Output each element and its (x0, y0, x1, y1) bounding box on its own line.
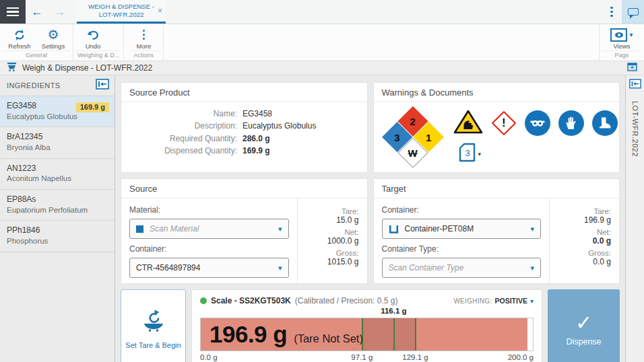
ghs-exclamation-icon: ! (491, 110, 517, 136)
undo-label: Undo (86, 42, 101, 50)
views-caret-icon: ▾ (629, 31, 633, 38)
nfpa-instability: 1 (426, 131, 431, 143)
ingredient-code: AN1223 (7, 163, 108, 174)
warnings-title: Warnings & Documents (374, 83, 620, 102)
back-arrow-icon[interactable]: ← (26, 0, 49, 24)
source-container-label: Container: (129, 244, 289, 254)
hand-hazard-warning-icon (453, 109, 483, 137)
scale-status-dot (200, 297, 207, 304)
ingredient-code: BrA12345 (7, 131, 108, 143)
ingredient-name: Phosphorus (7, 236, 108, 247)
nfpa-diamond-icon: 2 1 3 W (381, 105, 445, 170)
tab-close-icon[interactable]: × (158, 6, 162, 15)
ingredient-item-pph1846[interactable]: PPh1846 Phosphorus (0, 220, 115, 252)
material-icon (136, 225, 143, 233)
material-select[interactable]: Scan Material ▾ (129, 219, 289, 239)
documents-button[interactable]: 3 ▾ (453, 143, 618, 165)
ingredient-item-an1223[interactable]: AN1223 Aconitum Napellus (0, 158, 115, 189)
dispense-label: Dispense (566, 337, 601, 347)
forward-arrow-icon: → (49, 0, 71, 24)
toolbar-group-weighing: Undo Weighing & D... (73, 24, 124, 61)
settings-button[interactable]: ⚙ Settings (36, 26, 70, 50)
ingredient-item-eg3458[interactable]: EG3458 Eucalyptus Globulus 169.9 g (0, 96, 115, 126)
chat-button[interactable] (622, 0, 644, 24)
tare-value: 15.0 g (306, 215, 359, 225)
ppe-gloves-icon (558, 110, 584, 136)
scale-name: Scale - SS2KGT503K (211, 296, 291, 305)
refresh-icon (13, 28, 26, 42)
weighing-label: WEIGHING: (453, 297, 492, 305)
tare-label: Tare: (306, 207, 359, 215)
nfpa-special: W (408, 147, 417, 159)
source-stats: Tare: 15.0 g Net: 1000.0 g Gross: 1015.0… (297, 198, 367, 283)
ingredients-header: INGREDIENTS (0, 75, 115, 96)
ingredient-name: Eucalyptus Globulus (7, 112, 108, 122)
page-title-bar: Weigh & Dispense - LOT-WFR.2022 (0, 61, 644, 75)
more-menu-icon[interactable] (602, 0, 622, 24)
toolbar-group-label-general: General (3, 50, 70, 61)
scale-bar: 196.9 g (Tare Not Set) (200, 318, 534, 351)
dispense-button[interactable]: ✓ Dispense (548, 289, 620, 362)
target-stats: Tare: 196.9 g Net: 0.0 g Gross: 0.0 g (549, 198, 619, 283)
gear-icon: ⚙ (47, 28, 59, 42)
ingredient-name: Bryonia Alba (7, 143, 108, 153)
scale-marker-target (393, 318, 395, 351)
check-icon: ✓ (575, 313, 592, 333)
ingredient-item-bra12345[interactable]: BrA12345 Bryonia Alba (0, 126, 115, 157)
ppe-boots-icon (592, 110, 618, 136)
bar-max-label: 200.0 g (508, 353, 534, 361)
target-title: Target (374, 179, 620, 198)
source-product-card: Source Product Name: EG3458 Description:… (121, 82, 368, 173)
target-container-caret-icon: ▾ (525, 225, 534, 233)
field-label: Name: (129, 109, 237, 118)
gross-value: 0.0 g (558, 257, 611, 266)
container-type-placeholder: Scan Container Type (389, 263, 464, 273)
views-button[interactable]: ▾ Views (602, 26, 641, 50)
refresh-button[interactable]: Refresh (3, 26, 36, 50)
net-label: Net: (558, 228, 611, 236)
material-caret-icon: ▾ (273, 225, 282, 233)
toolbar-group-actions: More Actions (124, 24, 164, 61)
gross-label: Gross: (306, 249, 359, 257)
container-type-select[interactable]: Scan Container Type ▾ (382, 258, 542, 278)
undo-button[interactable]: Undo (76, 26, 110, 50)
ingredient-code: PPh1846 (7, 225, 108, 236)
source-container-caret-icon: ▾ (273, 264, 282, 273)
ingredient-code: EP88As (7, 194, 108, 205)
source-container-select[interactable]: CTR-4564897894 ▾ (129, 258, 289, 278)
main-panel: Source Product Name: EG3458 Description:… (115, 75, 625, 362)
collapse-panel-icon[interactable] (96, 79, 109, 92)
ppe-eye-protection-icon (525, 110, 550, 136)
bar-low-label: 97.1 g (351, 353, 373, 361)
field-value: 286.0 g (243, 134, 270, 143)
ingredient-name: Eupatorium Perfoliatum (7, 205, 108, 216)
tab-label-line1: WEIGH & DISPENSE - (88, 3, 154, 11)
target-container-value: Container-PET08M (405, 224, 474, 233)
more-button[interactable]: More (127, 26, 160, 50)
toolbar-group-label-page: Page (602, 50, 641, 61)
hamburger-menu-icon[interactable] (0, 0, 26, 24)
expand-panel-icon[interactable] (629, 79, 641, 92)
gross-value: 1015.0 g (306, 257, 359, 266)
undo-icon (86, 28, 100, 42)
popout-window-icon[interactable] (627, 62, 637, 74)
warnings-documents-card: Warnings & Documents 2 1 3 W (373, 82, 620, 173)
lot-vertical-tab[interactable]: LOT-WFR.2022 (631, 101, 639, 157)
topbar-spacer (166, 0, 602, 24)
field-label: Dispensed Quantity: (129, 146, 237, 155)
refresh-label: Refresh (8, 42, 30, 50)
scale-detail: (Calibrated / Precison: 0.5 g) (295, 296, 398, 305)
right-side-panel: LOT-WFR.2022 (625, 75, 644, 362)
ingredients-sidebar: INGREDIENTS EG3458 Eucalyptus Globulus 1… (0, 75, 115, 362)
chat-bubble-icon (628, 8, 639, 15)
tab-weigh-dispense[interactable]: WEIGH & DISPENSE - LOT-WFR.2022 × (77, 0, 166, 24)
scale-reading: 196.9 g (210, 321, 287, 348)
app-window: ← → WEIGH & DISPENSE - LOT-WFR.2022 × Re… (0, 0, 644, 362)
set-tare-begin-button[interactable]: Set Tare & Begin (121, 289, 186, 362)
scale-tolerance-band (362, 318, 415, 351)
more-dots-icon (143, 28, 146, 42)
weighing-mode-dropdown[interactable]: WEIGHING: POSITIVE ▾ (453, 297, 534, 305)
target-container-select[interactable]: Container-PET08M ▾ (382, 219, 542, 239)
field-label: Description: (129, 121, 237, 131)
ingredient-item-ep88as[interactable]: EP88As Eupatorium Perfoliatum (0, 189, 115, 220)
